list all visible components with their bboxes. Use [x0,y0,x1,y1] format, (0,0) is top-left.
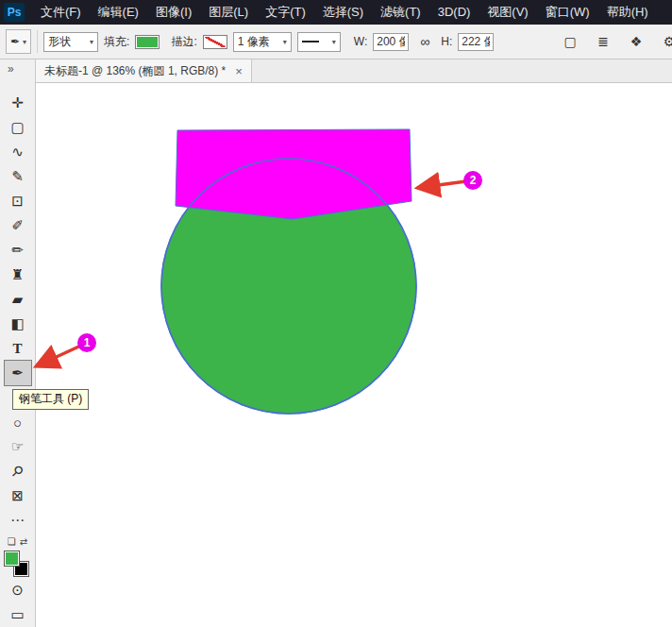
tools-panel: » ✛ ▢ ∿ ✎ ⊡ ✐ ✏ ♜ ▰ ◧ T ✒ ➤ ○ ☞ ⚲ ⊠ ⋯ ❏ … [0,59,36,627]
collapse-toolbar-button[interactable]: » [0,59,35,78]
ellipse-tool[interactable]: ○ [5,410,31,434]
quick-selection-icon: ✎ [11,168,24,185]
color-mini-controls: ❏ ⇄ [8,536,27,547]
quick-selection-tool[interactable]: ✎ [5,164,31,189]
type-tool[interactable]: T [5,336,31,361]
pen-tool-icon: ✒ [10,35,20,48]
menu-image[interactable]: 图像(I) [147,0,200,25]
more-tools-button[interactable]: ⋯ [5,508,31,533]
menu-3d[interactable]: 3D(D) [429,0,479,25]
clone-stamp-tool[interactable]: ♜ [5,263,31,287]
menu-view[interactable]: 视图(V) [479,0,536,25]
screen-mode-icon: ▭ [10,606,24,623]
tool-mode-select[interactable]: 形状 ▾ [43,32,98,52]
eraser-tool[interactable]: ▰ [5,287,31,312]
eyedropper-icon: ✐ [11,217,24,234]
menu-layer[interactable]: 图层(L) [200,0,257,25]
swap-colors-icon[interactable]: ⇄ [20,536,27,547]
stroke-width-select[interactable]: 1 像素 ▾ [233,32,292,52]
eraser-icon: ▰ [12,291,24,308]
pen-tool-tooltip: 钢笔工具 (P) [12,389,89,410]
foreground-color-swatch[interactable] [5,551,19,566]
stroke-color-swatch[interactable] [203,35,227,49]
slice-tool[interactable]: ⊠ [5,483,31,508]
slice-icon: ⊠ [11,487,24,504]
path-operations-icon[interactable]: ▢ [560,31,580,52]
tool-list: ✛ ▢ ∿ ✎ ⊡ ✐ ✏ ♜ ▰ ◧ T ✒ ➤ ○ ☞ ⚲ ⊠ ⋯ [5,91,31,533]
pen-tool[interactable]: ✒ [5,361,31,385]
options-bar: ✒ ▾ 形状 ▾ 填充: 描边: 1 像素 ▾ ▾ W: ∞ H: ▢ ≣ ❖ … [0,25,672,59]
menu-type[interactable]: 文字(T) [257,0,314,25]
chevron-down-icon: ▾ [283,38,287,46]
divider [37,30,38,53]
path-arrangement-icon[interactable]: ❖ [626,31,647,52]
tool-preset-picker[interactable]: ✒ ▾ [6,29,31,54]
lasso-icon: ∿ [11,144,24,161]
zoom-icon: ⚲ [8,462,27,482]
ellipsis-icon: ⋯ [10,512,25,529]
stroke-style-line-icon [302,41,319,42]
document-title: 未标题-1 @ 136% (椭圆 1, RGB/8) * [44,63,226,79]
color-swatches [5,551,30,578]
stroke-style-select[interactable]: ▾ [297,32,341,52]
document-canvas[interactable] [36,83,672,627]
zoom-tool[interactable]: ⚲ [5,459,31,483]
menu-help[interactable]: 帮助(H) [598,0,657,25]
type-icon: T [12,341,22,357]
menu-window[interactable]: 窗口(W) [537,0,598,25]
stroke-label: 描边: [171,34,196,50]
marquee-tool[interactable]: ▢ [5,115,31,140]
ellipse-icon: ○ [13,415,22,431]
gradient-icon: ◧ [10,315,24,332]
fill-color-swatch[interactable] [135,35,160,49]
fill-label: 填充: [104,34,129,50]
menu-edit[interactable]: 编辑(E) [90,0,147,25]
height-label: H: [441,35,452,48]
brush-tool[interactable]: ✏ [5,238,31,263]
crop-tool[interactable]: ⊡ [5,189,31,213]
document-tab[interactable]: 未标题-1 @ 136% (椭圆 1, RGB/8) * × [36,59,252,82]
move-tool[interactable]: ✛ [5,91,31,115]
photoshop-logo: Ps [4,3,25,22]
hand-tool[interactable]: ☞ [5,434,31,459]
default-colors-icon[interactable]: ❏ [8,536,16,547]
gradient-tool[interactable]: ◧ [5,312,31,336]
pen-icon: ✒ [11,364,24,381]
close-icon[interactable]: × [235,64,243,78]
hand-icon: ☞ [11,438,24,455]
link-dimensions-icon[interactable]: ∞ [414,31,435,52]
menu-bar: Ps 文件(F) 编辑(E) 图像(I) 图层(L) 文字(T) 选择(S) 滤… [0,0,672,25]
shape-height-input[interactable] [458,33,494,51]
brush-icon: ✏ [11,242,24,259]
move-icon: ✛ [11,94,24,111]
screen-mode-button[interactable]: ▭ [5,602,31,627]
shape-width-input[interactable] [373,33,409,51]
document-tab-bar: 未标题-1 @ 136% (椭圆 1, RGB/8) * × [36,59,672,83]
width-label: W: [354,35,367,48]
quick-mask-icon: ⊙ [11,582,24,599]
eyedropper-tool[interactable]: ✐ [5,213,31,238]
lasso-tool[interactable]: ∿ [5,140,31,164]
menu-filter[interactable]: 滤镜(T) [372,0,429,25]
chevron-down-icon: ▾ [332,38,336,46]
marquee-icon: ▢ [10,119,24,136]
chevron-down-icon: ▾ [90,38,93,46]
chevron-down-icon: ▾ [23,38,26,46]
menu-file[interactable]: 文件(F) [32,0,90,25]
quick-mask-button[interactable]: ⊙ [5,578,31,602]
canvas-shapes [36,83,672,627]
options-right-group: ▢ ≣ ❖ ⚙ [560,31,672,52]
gear-icon[interactable]: ⚙ [659,31,672,52]
path-alignment-icon[interactable]: ≣ [593,31,613,52]
menu-select[interactable]: 选择(S) [314,0,372,25]
magenta-pen-shape [176,129,412,219]
clone-stamp-icon: ♜ [11,266,24,283]
crop-icon: ⊡ [11,193,24,210]
